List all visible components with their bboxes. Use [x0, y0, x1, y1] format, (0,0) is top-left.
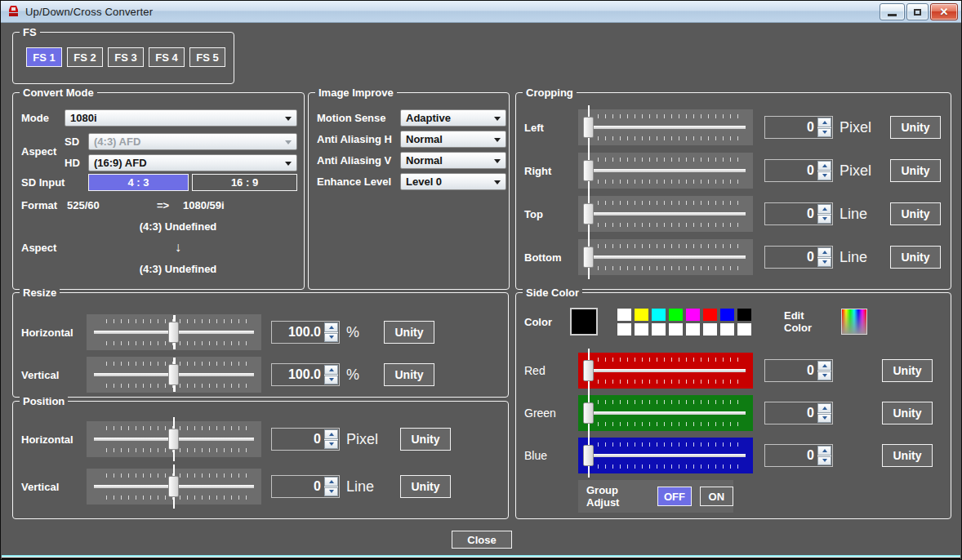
cropping-top-slider[interactable] — [578, 196, 753, 232]
resize-vertical-unity-button[interactable]: Unity — [384, 363, 434, 386]
position-horizontal-spinner[interactable] — [324, 429, 338, 449]
slider-thumb[interactable] — [583, 203, 594, 224]
resize-horizontal-slider[interactable] — [87, 314, 261, 350]
fs1-button[interactable]: FS 1 — [26, 47, 62, 67]
blue-unity-button[interactable]: Unity — [882, 444, 933, 467]
slider-thumb[interactable] — [168, 322, 179, 343]
spin-up-button[interactable] — [817, 204, 831, 214]
resize-vertical-slider[interactable] — [87, 357, 261, 393]
palette-swatch[interactable] — [686, 309, 700, 321]
spin-up-button[interactable] — [324, 322, 338, 332]
anti-aliasing-h-dropdown[interactable]: Normal — [400, 131, 506, 148]
close-window-button[interactable]: ✕ — [930, 3, 958, 20]
spin-down-button[interactable] — [817, 258, 831, 268]
cropping-bottom-spinner[interactable] — [817, 247, 831, 267]
slider-thumb[interactable] — [583, 117, 594, 138]
group-adjust-on-button[interactable]: ON — [700, 487, 733, 506]
slider-thumb[interactable] — [583, 402, 594, 424]
position-vertical-spinner[interactable] — [324, 477, 338, 496]
maximize-button[interactable] — [906, 3, 929, 20]
red-spinner[interactable] — [817, 361, 831, 380]
slider-thumb[interactable] — [583, 247, 594, 268]
green-spinner[interactable] — [817, 403, 831, 423]
position-horizontal-unity-button[interactable]: Unity — [400, 428, 451, 451]
green-slider[interactable] — [578, 395, 753, 431]
palette-swatch[interactable] — [635, 323, 648, 336]
spin-down-button[interactable] — [817, 215, 831, 224]
slider-thumb[interactable] — [168, 364, 179, 385]
spin-down-button[interactable] — [817, 371, 831, 381]
enhance-level-dropdown[interactable]: Level 0 — [400, 173, 506, 190]
slider-thumb[interactable] — [583, 445, 594, 466]
spin-down-button[interactable] — [817, 128, 831, 138]
palette-swatch[interactable] — [617, 323, 631, 336]
spin-down-button[interactable] — [324, 333, 338, 343]
slider-thumb[interactable] — [583, 360, 594, 381]
position-vertical-field[interactable]: 0 — [271, 475, 340, 498]
spin-up-button[interactable] — [817, 403, 831, 413]
sd-input-4-3-button[interactable]: 4 : 3 — [88, 174, 189, 191]
cropping-bottom-unity-button[interactable]: Unity — [890, 246, 941, 269]
palette-swatch[interactable] — [652, 309, 666, 321]
cropping-top-field[interactable]: 0 — [764, 202, 833, 225]
spin-up-button[interactable] — [817, 361, 831, 371]
close-button[interactable]: Close — [452, 531, 512, 549]
cropping-right-unity-button[interactable]: Unity — [890, 159, 941, 182]
aspect-hd-dropdown[interactable]: (16:9) AFD — [88, 154, 297, 171]
edit-color-picker[interactable] — [841, 309, 867, 335]
palette-swatch[interactable] — [669, 323, 683, 336]
fs3-button[interactable]: FS 3 — [108, 47, 144, 67]
spin-up-button[interactable] — [817, 446, 831, 456]
fs2-button[interactable]: FS 2 — [67, 47, 103, 67]
cropping-top-spinner[interactable] — [817, 204, 831, 224]
fs4-button[interactable]: FS 4 — [149, 47, 185, 67]
spin-down-button[interactable] — [817, 171, 831, 181]
palette-swatch[interactable] — [669, 309, 683, 321]
spin-up-button[interactable] — [817, 161, 831, 171]
group-adjust-off-button[interactable]: OFF — [657, 487, 691, 506]
palette-swatch[interactable] — [737, 309, 751, 321]
slider-thumb[interactable] — [168, 476, 179, 497]
spin-down-button[interactable] — [324, 487, 338, 497]
palette-swatch[interactable] — [737, 323, 751, 336]
resize-vertical-field[interactable]: 100.0 — [271, 363, 340, 386]
resize-vertical-spinner[interactable] — [324, 365, 338, 384]
spin-down-button[interactable] — [817, 414, 831, 424]
blue-field[interactable]: 0 — [764, 444, 833, 467]
mode-dropdown[interactable]: 1080i — [65, 109, 297, 127]
blue-slider[interactable] — [578, 438, 753, 473]
blue-spinner[interactable] — [817, 446, 831, 465]
cropping-left-spinner[interactable] — [817, 118, 831, 137]
position-vertical-unity-button[interactable]: Unity — [400, 475, 451, 498]
position-horizontal-field[interactable]: 0 — [271, 428, 340, 451]
palette-swatch[interactable] — [720, 323, 734, 336]
spin-up-button[interactable] — [817, 118, 831, 127]
cropping-bottom-slider[interactable] — [578, 239, 753, 275]
spin-down-button[interactable] — [324, 440, 338, 450]
resize-horizontal-unity-button[interactable]: Unity — [384, 321, 434, 344]
green-field[interactable]: 0 — [764, 402, 833, 424]
cropping-left-unity-button[interactable]: Unity — [890, 116, 941, 139]
sd-input-16-9-button[interactable]: 16 : 9 — [192, 174, 297, 191]
cropping-right-field[interactable]: 0 — [764, 159, 833, 182]
spin-up-button[interactable] — [324, 429, 338, 439]
resize-horizontal-field[interactable]: 100.0 — [271, 321, 340, 344]
palette-swatch[interactable] — [720, 309, 734, 321]
minimize-button[interactable] — [880, 3, 905, 20]
cropping-right-slider[interactable] — [578, 153, 753, 189]
cropping-right-spinner[interactable] — [817, 161, 831, 180]
resize-horizontal-spinner[interactable] — [324, 322, 338, 342]
palette-swatch[interactable] — [686, 323, 700, 336]
slider-thumb[interactable] — [583, 160, 594, 181]
motion-sense-dropdown[interactable]: Adaptive — [400, 109, 506, 127]
cropping-left-field[interactable]: 0 — [764, 116, 833, 139]
anti-aliasing-v-dropdown[interactable]: Normal — [400, 152, 506, 169]
spin-down-button[interactable] — [817, 456, 831, 466]
spin-down-button[interactable] — [324, 376, 338, 385]
palette-swatch[interactable] — [617, 309, 631, 321]
position-vertical-slider[interactable] — [87, 469, 261, 504]
spin-up-button[interactable] — [324, 365, 338, 375]
position-horizontal-slider[interactable] — [87, 421, 261, 457]
spin-up-button[interactable] — [324, 477, 338, 487]
cropping-top-unity-button[interactable]: Unity — [890, 202, 941, 225]
